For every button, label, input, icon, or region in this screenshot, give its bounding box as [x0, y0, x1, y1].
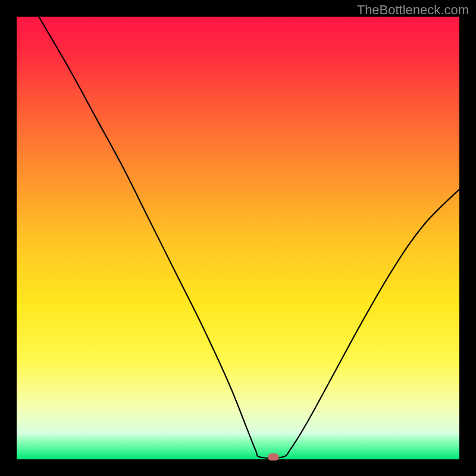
watermark-label: TheBottleneck.com: [357, 2, 469, 18]
bottleneck-chart: [17, 17, 459, 459]
optimal-point-marker: [268, 453, 279, 461]
chart-svg: [17, 17, 459, 459]
chart-background: [17, 17, 459, 459]
